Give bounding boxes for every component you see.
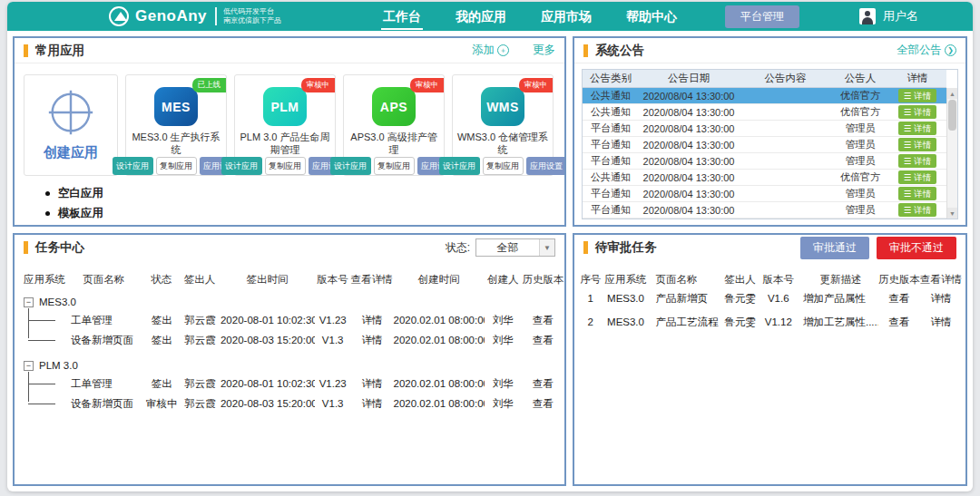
col-update-desc: 更新描述 [798, 273, 878, 287]
announcement-row[interactable]: 公共通知 2020/08/04 13:30:00 优倍官方 ☰详情 [583, 104, 946, 121]
status-select[interactable]: 全部 ▼ [475, 238, 555, 257]
create-app-card[interactable]: 创建应用 [24, 74, 118, 176]
task-history-link[interactable]: 查看 [522, 397, 564, 411]
task-created-time: 2020.02.01 08:00:00 [393, 378, 484, 389]
all-announcements-link[interactable]: 全部公告 ❯ [897, 43, 956, 58]
announcement-row[interactable]: 平台通知 2020/08/04 13:30:00 管理员 ☰详情 [583, 137, 946, 153]
approval-row[interactable]: 2 MES3.0 产品工艺流程 鲁元雯 V1.12 增加工艺属性...... 查… [574, 310, 965, 334]
history-link[interactable]: 查看 [878, 316, 920, 329]
detail-link[interactable]: 详情 [920, 292, 962, 306]
user-avatar [859, 8, 876, 24]
more-link[interactable]: 更多 [533, 43, 555, 58]
task-history-link[interactable]: 查看 [522, 314, 564, 327]
announcement-row[interactable]: 平台通知 2020/08/04 13:30:00 管理员 ☰详情 [583, 202, 946, 219]
announcement-detail-button[interactable]: ☰详情 [898, 122, 937, 134]
brand-logo-icon [109, 6, 129, 26]
approve-button[interactable]: 审批通过 [800, 237, 869, 259]
copy-app-button[interactable]: 复制应用 [156, 157, 197, 175]
task-page-name[interactable]: 工单管理 [24, 377, 144, 391]
list-icon: ☰ [904, 156, 912, 166]
task-creator: 刘华 [485, 377, 522, 391]
create-option-blank[interactable]: 空白应用 [45, 183, 118, 203]
task-history-link[interactable]: 查看 [522, 377, 564, 391]
announcement-detail-button[interactable]: ☰详情 [898, 154, 937, 167]
nav-item-app-market[interactable]: 应用市场 [539, 4, 593, 29]
task-version: V1.3 [315, 335, 350, 345]
announcement-detail-button[interactable]: ☰详情 [898, 105, 937, 118]
bullet-icon [45, 191, 50, 196]
approvals-table-header: 序号 应用系统 页面名称 签出人 版本号 更新描述 历史版本 查看详情 [574, 273, 965, 287]
nav-item-workbench[interactable]: 工作台 [381, 4, 423, 29]
design-app-button[interactable]: 设计应用 [439, 157, 480, 175]
add-app-link[interactable]: 添加 ＋ [472, 43, 509, 58]
col-creator: 创建人 [485, 273, 522, 287]
aps-app-icon: APS [372, 87, 416, 126]
add-app-label: 添加 [472, 43, 495, 58]
task-detail-link[interactable]: 详情 [350, 397, 393, 411]
app-name: MES3.0 生产执行系统 [126, 131, 226, 156]
nav-item-my-apps[interactable]: 我的应用 [454, 4, 508, 29]
collapse-icon[interactable]: − [24, 297, 34, 307]
announcements-table: 公告类别 公告日期 公告内容 公告人 详情 公共通知 2020/08/04 13… [582, 69, 958, 219]
approval-row[interactable]: 1 MES3.0 产品新增页 鲁元雯 V1.6 增加产品属性 查看 详情 [574, 287, 965, 310]
task-creator: 刘华 [485, 314, 522, 327]
task-creator: 刘华 [485, 334, 522, 347]
task-detail-link[interactable]: 详情 [350, 314, 393, 327]
common-apps-header: 常用应用 添加 ＋ 更多 [15, 38, 564, 63]
announcement-row[interactable]: 平台通知 2020/08/04 13:30:00 管理员 ☰详情 [583, 153, 946, 170]
task-detail-link[interactable]: 详情 [350, 377, 393, 391]
app-card-aps: 审核中 APS APS3.0 高级排产管理 设计应用 复制应用 应用设置 [343, 74, 445, 176]
copy-app-button[interactable]: 复制应用 [265, 157, 306, 175]
task-history-link[interactable]: 查看 [522, 334, 564, 347]
design-app-button[interactable]: 设计应用 [330, 157, 371, 175]
col-checkout-by: 签出人 [179, 273, 220, 287]
task-page-name[interactable]: 设备新增页面 [24, 397, 144, 411]
task-group-mes: − MES3.0 工单管理 签出 郭云霞 2020-08-01 10:02:30… [15, 294, 564, 350]
col-publisher: 公告人 [832, 72, 888, 85]
table-scrollbar[interactable]: ▲ ▼ [946, 88, 957, 219]
col-version: 版本号 [315, 273, 350, 287]
task-detail-link[interactable]: 详情 [350, 334, 393, 347]
announcement-row[interactable]: 平台通知 2020/08/04 13:30:00 管理员 ☰详情 [583, 121, 946, 137]
list-icon: ☰ [904, 189, 912, 199]
col-content: 公告内容 [739, 72, 832, 85]
design-app-button[interactable]: 设计应用 [113, 157, 153, 175]
create-app-icon [44, 86, 97, 139]
app-settings-button[interactable]: 应用设置 [526, 157, 567, 175]
group-name: MES3.0 [39, 297, 76, 307]
platform-admin-button[interactable]: 平台管理 [725, 5, 799, 28]
scroll-down-icon[interactable]: ▼ [947, 208, 957, 219]
task-checkout-by: 郭云霞 [180, 397, 220, 411]
more-label: 更多 [533, 43, 555, 58]
col-view-detail: 查看详情 [920, 273, 962, 287]
scrollbar-thumb[interactable] [948, 100, 956, 131]
user-menu[interactable]: 用户名 [859, 8, 918, 24]
app-card-wms: 审核中 WMS WMS3.0 仓储管理系统 设计应用 复制应用 应用设置 [452, 74, 554, 176]
list-icon: ☰ [904, 172, 912, 182]
announcement-row[interactable]: 平台通知 2020/08/04 13:30:00 管理员 ☰详情 [583, 186, 946, 202]
detail-link[interactable]: 详情 [920, 316, 962, 329]
task-page-name[interactable]: 设备新增页面 [24, 334, 144, 347]
announcement-detail-button[interactable]: ☰详情 [898, 203, 937, 216]
nav-item-help-center[interactable]: 帮助中心 [624, 4, 679, 29]
announcement-row[interactable]: 公共通知 2020/08/04 13:30:00 优倍官方 ☰详情 [583, 170, 946, 186]
create-option-template[interactable]: 模板应用 [45, 203, 118, 223]
copy-app-button[interactable]: 复制应用 [483, 157, 524, 175]
topbar-right: 平台管理 用户名 [725, 5, 918, 28]
task-group-plm: − PLM 3.0 工单管理 签出 郭云霞 2020-08-01 10:02:3… [15, 357, 564, 413]
header-accent-bar [583, 44, 588, 57]
collapse-icon[interactable]: − [24, 361, 34, 371]
announcement-detail-button[interactable]: ☰详情 [898, 170, 937, 183]
tagline-line2: 南京优倍旗下产品 [223, 16, 281, 24]
scroll-up-icon[interactable]: ▲ [947, 88, 957, 99]
history-link[interactable]: 查看 [878, 292, 920, 306]
reject-button[interactable]: 审批不通过 [877, 237, 956, 259]
copy-app-button[interactable]: 复制应用 [374, 157, 415, 175]
task-page-name[interactable]: 工单管理 [24, 314, 144, 327]
design-app-button[interactable]: 设计应用 [221, 157, 262, 175]
task-checkout-time: 2020-08-03 15:20:00 [220, 335, 315, 345]
announcement-detail-button[interactable]: ☰详情 [898, 138, 937, 151]
announcement-row[interactable]: 公共通知 2020/08/04 13:30:00 优倍官方 ☰详情 [583, 88, 946, 104]
announcement-detail-button[interactable]: ☰详情 [898, 187, 937, 199]
announcement-detail-button[interactable]: ☰详情 [898, 89, 937, 102]
